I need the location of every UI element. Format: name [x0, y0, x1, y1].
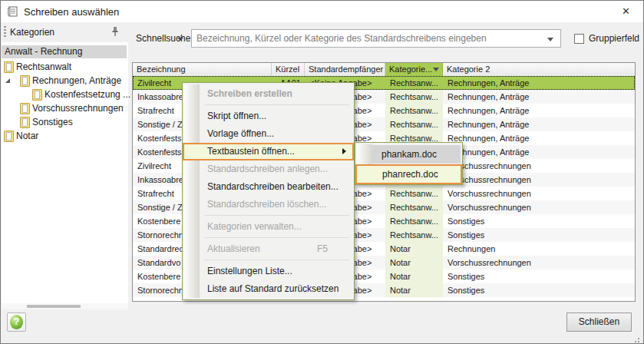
cell-kategorie2: Vorschussrechnungen: [443, 187, 636, 200]
column-header-kategorie[interactable]: Kategorie...: [385, 63, 443, 76]
menu-item-einstellungen-liste[interactable]: Einstellungen Liste...: [183, 263, 354, 280]
cell-kategorie2: Sonstiges: [443, 214, 636, 228]
cell-kategorie2: Rechnungen, Anträge: [443, 145, 636, 159]
menu-shortcut: F5: [317, 240, 328, 258]
sidebar-header: Kategorien: [2, 23, 129, 42]
menu-item-standardschreiben-loeschen: Standardschreiben löschen...: [183, 196, 354, 213]
cell-kategorie2: Rechnungen, Anträge: [443, 90, 636, 104]
cell-kategorie2: Vorschussrechnungen: [443, 173, 636, 187]
gruppierfeld-checkbox[interactable]: [574, 34, 584, 44]
document-icon: [4, 131, 14, 142]
cell-kategorie2: Sonstiges: [443, 270, 636, 283]
cell-kategorie: Rechtsanw...: [385, 117, 443, 131]
menu-item-kategorien-verwalten: Kategorien verwalten...: [183, 218, 354, 236]
chevron-down-icon[interactable]: [547, 38, 553, 41]
sidebar-horizontal-scrollbar[interactable]: [2, 303, 128, 309]
cell-kategorie: Rechtsanw...: [385, 214, 443, 228]
titlebar: Schreiben auswählen ✕: [1, 1, 643, 22]
submenu-item-phanrech[interactable]: phanrech.doc: [355, 164, 462, 184]
tree-item-anwalt-rechnung[interactable]: Anwalt - Rechnung: [2, 45, 127, 58]
search-placeholder: Bezeichnung, Kürzel oder Kategorie des S…: [197, 33, 487, 44]
menu-item-schreiben-erstellen: Schreiben erstellen: [183, 85, 354, 103]
cell-kategorie2: Vorschussrechnungen: [443, 256, 636, 270]
column-header-kuerzel[interactable]: Kürzel: [272, 63, 305, 76]
resize-grip[interactable]: [638, 338, 639, 339]
table-header: Bezeichnung Kürzel Standardempfänger Kat…: [133, 63, 635, 77]
cell-kategorie2: Rechnungen: [443, 242, 636, 256]
sort-desc-icon: [433, 68, 439, 71]
document-icon: [20, 117, 30, 128]
menu-item-vorlage-oeffnen[interactable]: Vorlage öffnen...: [183, 125, 354, 143]
textbaustein-submenu: phankam.doc phanrech.doc: [355, 142, 463, 185]
column-header-label: Kategorie...: [389, 64, 432, 74]
search-input[interactable]: Bezeichnung, Kürzel oder Kategorie des S…: [191, 29, 561, 48]
menu-separator: [204, 104, 349, 105]
gruppierfeld-label: Gruppierfeld: [589, 33, 639, 44]
menu-item-standardschreiben-anlegen: Standardschreiben anlegen...: [183, 160, 354, 178]
window-title: Schreiben auswählen: [24, 6, 119, 18]
menu-item-label: Textbaustein öffnen...: [207, 146, 295, 157]
cell-kategorie2: Vorschussrechnungen: [443, 200, 636, 214]
menu-item-label: Aktualisieren: [207, 243, 260, 254]
cell-kategorie2: Rechnungen, Anträge: [443, 104, 636, 117]
cell-kategorie: Notar: [385, 283, 443, 297]
help-button[interactable]: ?: [7, 313, 26, 332]
chevron-down-icon[interactable]: [177, 38, 183, 41]
window-close-icon[interactable]: ✕: [609, 1, 643, 22]
scrollbar-thumb[interactable]: [27, 305, 81, 308]
document-icon: [20, 103, 30, 114]
menu-item-textbaustein-oeffnen[interactable]: Textbaustein öffnen...: [183, 143, 354, 160]
menu-item-standardschreiben-bearbeiten[interactable]: Standardschreiben bearbeiten...: [183, 178, 354, 196]
drag-grip-icon[interactable]: [4, 26, 6, 38]
menu-separator: [204, 237, 349, 238]
cell-kategorie: Rechtsanw...: [385, 228, 443, 242]
cell-kategorie2: Vorschussrechnungen: [443, 159, 636, 173]
expander-icon[interactable]: [5, 78, 10, 83]
cell-kategorie: Rechtsanw...: [385, 76, 443, 90]
submenu-item-phankam[interactable]: phankam.doc: [372, 145, 461, 164]
submenu-arrow-icon: [342, 148, 346, 154]
cell-kategorie: Notar: [385, 270, 443, 283]
schreiben-auswaehlen-dialog: Schreiben auswählen ✕ Kategorien Anwalt …: [0, 0, 644, 344]
menu-item-skript-oeffnen[interactable]: Skript öffnen...: [183, 108, 354, 125]
column-header-kategorie2[interactable]: Kategorie 2: [443, 63, 636, 76]
menu-item-liste-zuruecksetzen[interactable]: Liste auf Standard zurücksetzen: [183, 280, 354, 298]
cell-kategorie: Rechtsanw...: [385, 200, 443, 214]
column-header-standardempfaenger[interactable]: Standardempfänger: [305, 63, 385, 76]
sidebar-title: Kategorien: [10, 27, 54, 38]
cell-kategorie2: Rechnungen, Anträge: [443, 76, 636, 90]
column-header-bezeichnung[interactable]: Bezeichnung: [133, 63, 272, 76]
cell-kategorie: Rechtsanw...: [385, 187, 443, 200]
document-icon: [32, 89, 42, 101]
cell-kategorie: Rechtsanw...: [385, 104, 443, 117]
document-icon: [20, 75, 30, 87]
pin-icon[interactable]: [111, 26, 120, 37]
cell-kategorie: Notar: [385, 242, 443, 256]
category-tree: Anwalt - Rechnung Rechtsanwalt Rechnunge…: [2, 42, 128, 303]
menu-separator: [204, 215, 349, 216]
cell-kategorie2: Sonstiges: [443, 283, 636, 297]
cell-kategorie2: Rechnungen, Anträge: [443, 117, 636, 131]
cell-kategorie2: Rechnungen, Anträge: [443, 131, 636, 145]
app-icon: [7, 5, 19, 18]
cell-kategorie2: Sonstiges: [443, 228, 636, 242]
menu-separator: [204, 260, 349, 260]
context-menu: Schreiben erstellen Skript öffnen... Vor…: [182, 82, 355, 300]
document-icon: [4, 61, 14, 73]
schliessen-button[interactable]: Schließen: [566, 313, 632, 332]
menu-item-aktualisieren: Aktualisieren F5: [183, 240, 354, 258]
cell-kategorie: Notar: [385, 256, 443, 270]
cell-kategorie: Rechtsanw...: [385, 90, 443, 104]
help-icon: ?: [10, 315, 23, 329]
